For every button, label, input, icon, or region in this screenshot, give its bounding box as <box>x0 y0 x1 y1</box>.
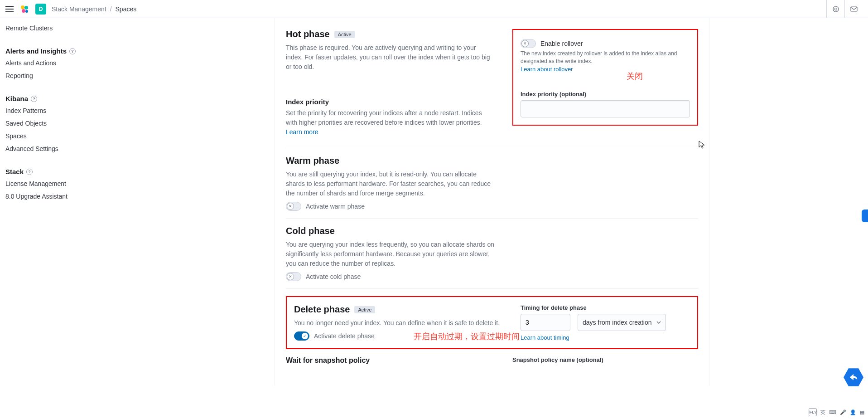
space-avatar[interactable]: D <box>35 4 46 15</box>
mail-icon[interactable] <box>844 0 863 18</box>
breadcrumb-current: Spaces <box>116 5 137 13</box>
sidebar-item-reporting[interactable]: Reporting <box>0 69 116 82</box>
svg-point-4 <box>833 6 839 12</box>
index-priority-input[interactable] <box>521 100 690 117</box>
svg-point-2 <box>22 9 25 13</box>
learn-rollover-link[interactable]: Learn about rollover <box>521 66 573 73</box>
annotation-enable-expire: 开启自动过期，设置过期时间 <box>414 331 520 342</box>
learn-more-link[interactable]: Learn more <box>286 128 318 136</box>
activate-warm-switch[interactable]: ✕ <box>286 202 301 211</box>
activate-warm-label: Activate warm phase <box>306 203 365 210</box>
active-badge: Active <box>354 306 375 313</box>
sidebar-section-alerts: Alerts and Insights ? <box>0 44 116 57</box>
cold-phase-desc: You are querying your index less frequen… <box>286 240 494 268</box>
svg-rect-6 <box>851 7 857 11</box>
sidebar: Remote Clusters Alerts and Insights ? Al… <box>0 18 116 385</box>
index-priority-desc: Set the priority for recovering your ind… <box>286 108 494 137</box>
sidebar-item-alerts-actions[interactable]: Alerts and Actions <box>0 57 116 69</box>
sidebar-section-title: Stack <box>5 168 24 175</box>
sidebar-section-stack: Stack ? <box>0 164 116 177</box>
svg-point-1 <box>24 6 28 10</box>
delete-phase-redbox-annotation: Delete phase Active You no longer need y… <box>286 296 698 349</box>
warm-phase-desc: You are still querying your index, but i… <box>286 170 494 198</box>
timing-unit-select[interactable]: days from index creation <box>578 314 666 331</box>
hamburger-menu-icon[interactable] <box>5 6 14 12</box>
snapshot-title: Wait for snapshot policy <box>286 356 494 365</box>
activate-cold-label: Activate cold phase <box>306 273 361 280</box>
hot-phase-title: Hot phase <box>286 29 330 39</box>
help-icon[interactable]: ? <box>26 169 33 175</box>
header-right <box>826 0 863 18</box>
hot-phase-desc: This phase is required. You are actively… <box>286 43 494 72</box>
content: Hot phase Active This phase is required.… <box>275 18 709 385</box>
svg-point-3 <box>25 10 28 13</box>
chevron-down-icon <box>656 321 661 324</box>
learn-timing-link[interactable]: Learn about timing <box>521 334 569 341</box>
breadcrumb: Stack Management / Spaces <box>52 5 136 13</box>
sidebar-item-saved-objects[interactable]: Saved Objects <box>0 117 116 130</box>
app-header: D Stack Management / Spaces <box>0 0 868 18</box>
help-icon[interactable]: ? <box>31 96 37 102</box>
rollover-help: The new index created by rollover is add… <box>521 50 690 65</box>
warm-phase-title: Warm phase <box>286 156 339 166</box>
breadcrumb-separator: / <box>110 5 112 13</box>
index-priority-desc-text: Set the priority for recovering your ind… <box>286 109 482 126</box>
breadcrumb-parent[interactable]: Stack Management <box>52 5 106 13</box>
sidebar-section-title: Alerts and Insights <box>5 47 67 55</box>
activate-delete-label: Activate delete phase <box>314 332 375 340</box>
newsfeed-icon[interactable] <box>826 0 844 18</box>
annotation-close: 关闭 <box>627 71 643 82</box>
rollover-redbox-annotation: ✕ Enable rollover The new index created … <box>512 29 698 126</box>
sidebar-item-spaces[interactable]: Spaces <box>0 130 116 142</box>
sidebar-item-remote-clusters[interactable]: Remote Clusters <box>0 22 116 34</box>
delete-phase-title: Delete phase <box>294 304 350 315</box>
warm-phase-section: Warm phase You are still querying your i… <box>286 148 698 219</box>
help-icon[interactable]: ? <box>69 48 76 54</box>
activate-delete-switch[interactable]: ✓ <box>294 331 309 341</box>
index-priority-field-label: Index priority (optional) <box>521 91 690 97</box>
sidebar-item-license[interactable]: License Management <box>0 177 116 190</box>
sidebar-section-kibana: Kibana ? <box>0 91 116 104</box>
snapshot-policy-label: Snapshot policy name (optional) <box>512 356 698 363</box>
activate-cold-switch[interactable]: ✕ <box>286 272 301 281</box>
active-badge: Active <box>334 31 355 38</box>
enable-rollover-label: Enable rollover <box>540 40 583 47</box>
svg-point-5 <box>834 8 837 10</box>
svg-point-0 <box>21 5 24 9</box>
sidebar-item-advanced-settings[interactable]: Advanced Settings <box>0 142 116 155</box>
hot-phase-section: Hot phase Active This phase is required.… <box>286 22 698 148</box>
elastic-logo-icon[interactable] <box>19 4 30 15</box>
cold-phase-section: Cold phase You are querying your index l… <box>286 219 698 289</box>
delete-phase-desc: You no longer need your index. You can d… <box>294 318 502 328</box>
sidebar-item-index-patterns[interactable]: Index Patterns <box>0 104 116 117</box>
snapshot-section: Wait for snapshot policy Snapshot policy… <box>286 349 698 367</box>
enable-rollover-switch[interactable]: ✕ <box>521 39 536 48</box>
main: Hot phase Active This phase is required.… <box>116 18 868 385</box>
side-tab-widget[interactable] <box>862 210 868 222</box>
sidebar-section-title: Kibana <box>5 95 28 102</box>
header-left: D Stack Management / Spaces <box>5 4 826 15</box>
timing-label: Timing for delete phase <box>521 304 690 311</box>
sidebar-item-upgrade-assistant[interactable]: 8.0 Upgrade Assistant <box>0 190 116 203</box>
timing-value-input[interactable] <box>521 314 570 331</box>
index-priority-title: Index priority <box>286 98 494 106</box>
timing-unit-value: days from index creation <box>583 319 652 326</box>
cold-phase-title: Cold phase <box>286 226 335 236</box>
